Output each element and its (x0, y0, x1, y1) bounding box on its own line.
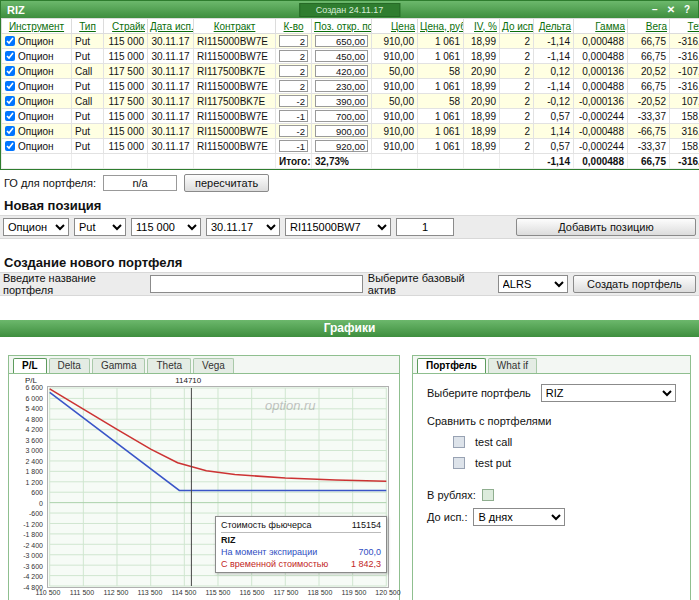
qty-field[interactable]: 2 (279, 65, 308, 77)
y-tick-label: -3 000 (23, 552, 43, 559)
cell-open-price: 900,00 (312, 124, 372, 139)
position-checkbox[interactable] (5, 126, 15, 136)
cell: 30.11.17 (148, 124, 194, 139)
cell: 1 061 (418, 34, 464, 49)
tab-portfolio[interactable]: Портфель (417, 358, 486, 373)
tab-theta[interactable]: Theta (147, 358, 191, 373)
position-checkbox[interactable] (5, 66, 15, 76)
position-checkbox[interactable] (5, 51, 15, 61)
cell: 2 (500, 109, 534, 124)
open-price-field[interactable]: 230,00 (315, 80, 368, 92)
portfolio-select[interactable]: RIZ (541, 384, 676, 402)
settings-content: Выберите портфель RIZ Сравнить с портфел… (413, 374, 690, 536)
cell: 30.11.17 (148, 139, 194, 154)
tab-pl[interactable]: P/L (13, 358, 47, 373)
add-position-button[interactable]: Добавить позицию (516, 218, 696, 236)
open-price-field[interactable]: 420,00 (315, 65, 368, 77)
qty-field[interactable]: 2 (279, 50, 308, 62)
column-header-7[interactable]: Цена (372, 19, 418, 34)
column-header-5[interactable]: К-во (276, 19, 312, 34)
qty-field[interactable]: -2 (279, 95, 308, 107)
minimize-icon[interactable]: − (648, 2, 662, 17)
cell: -33,37 (628, 139, 670, 154)
contract-select[interactable]: RI115000BW7 (285, 218, 391, 236)
option-type-select[interactable]: Put (74, 218, 126, 236)
portfolio-name-input[interactable] (150, 275, 363, 293)
cell: Call (72, 64, 104, 79)
column-header-8[interactable]: Цена, руб. (418, 19, 464, 34)
instrument-label: Опцион (18, 96, 54, 107)
open-price-field[interactable]: 920,00 (315, 140, 368, 152)
cell-open-price: 450,00 (312, 49, 372, 64)
rubles-checkbox[interactable] (482, 489, 494, 501)
column-header-6[interactable]: Поз. откр. по (312, 19, 372, 34)
position-checkbox[interactable] (5, 96, 15, 106)
cell: 117 500 (104, 64, 148, 79)
new-portfolio-heading: Создание нового портфеля (4, 255, 699, 270)
position-row: ОпционPut115 00030.11.17RI115000BW7E-290… (2, 124, 699, 139)
help-icon[interactable]: ? (680, 2, 694, 17)
create-portfolio-button[interactable]: Создать портфель (573, 275, 696, 293)
tab-delta[interactable]: Delta (49, 358, 90, 373)
cell: 115 000 (104, 139, 148, 154)
cell: -20,52 (628, 94, 670, 109)
compare-checkbox[interactable] (453, 436, 465, 448)
strike-select[interactable]: 115 000 (131, 218, 201, 236)
open-price-field[interactable]: 450,00 (315, 50, 368, 62)
cell: RI117500BK7E (194, 94, 276, 109)
column-header-3[interactable]: Дата исп. (148, 19, 194, 34)
cell: -1,14 (534, 49, 574, 64)
qty-field[interactable]: -1 (279, 110, 308, 122)
column-header-2[interactable]: Страйк (104, 19, 148, 34)
cell-instrument: Опцион (2, 109, 72, 124)
position-checkbox[interactable] (5, 81, 15, 91)
compare-item-label: test put (475, 457, 511, 469)
qty-field[interactable]: -1 (279, 140, 308, 152)
base-asset-select[interactable]: ALRS (498, 275, 568, 293)
qty-field[interactable]: 2 (279, 35, 308, 47)
open-price-field[interactable]: 390,00 (315, 95, 368, 107)
close-icon[interactable]: ✕ (664, 2, 678, 17)
cell-quantity: 2 (276, 79, 312, 94)
tooltip-expiration-label: На момент экспирации (221, 546, 317, 558)
cell: 20,90 (464, 94, 500, 109)
position-checkbox[interactable] (5, 141, 15, 151)
open-price-field[interactable]: 700,00 (315, 110, 368, 122)
position-checkbox[interactable] (5, 36, 15, 46)
positions-table: ИнструментТипСтрайкДата исп.КонтрактК-во… (1, 18, 699, 169)
compare-checkbox[interactable] (453, 457, 465, 469)
column-header-10[interactable]: До исп. (500, 19, 534, 34)
tab-what-if[interactable]: What if (488, 358, 537, 373)
y-tick-label: 1 200 (25, 478, 43, 485)
cell: 2 (500, 49, 534, 64)
qty-field[interactable]: 2 (279, 80, 308, 92)
tab-vega[interactable]: Vega (193, 358, 234, 373)
qty-field[interactable]: -2 (279, 125, 308, 137)
column-header-0[interactable]: Инструмент (2, 19, 72, 34)
position-checkbox[interactable] (5, 111, 15, 121)
y-tick-label: -3 600 (23, 562, 43, 569)
chart-tabs: P/LDeltaGammaThetaVega (9, 356, 399, 374)
cell: 2 (500, 79, 534, 94)
expiry-date-select[interactable]: 30.11.17 (206, 218, 280, 236)
compare-list: test calltest put (427, 436, 676, 469)
column-header-12[interactable]: Гамма (574, 19, 628, 34)
column-header-1[interactable]: Тип (72, 19, 104, 34)
cell: 20,90 (464, 64, 500, 79)
tab-gamma[interactable]: Gamma (92, 358, 146, 373)
open-price-field[interactable]: 650,00 (315, 35, 368, 47)
cell: RI115000BW7E (194, 49, 276, 64)
quantity-input[interactable] (396, 218, 454, 236)
column-header-11[interactable]: Дельта (534, 19, 574, 34)
cell: Put (72, 124, 104, 139)
cell: 1 061 (418, 79, 464, 94)
days-select[interactable]: В днях (473, 508, 565, 526)
instrument-select[interactable]: Опцион (3, 218, 69, 236)
column-header-14[interactable]: Тетта (670, 19, 699, 34)
open-price-field[interactable]: 900,00 (315, 125, 368, 137)
recalculate-button[interactable]: пересчитать (184, 174, 269, 192)
column-header-13[interactable]: Вега (628, 19, 670, 34)
column-header-4[interactable]: Контракт (194, 19, 276, 34)
cell: 910,00 (372, 79, 418, 94)
column-header-9[interactable]: IV, % (464, 19, 500, 34)
